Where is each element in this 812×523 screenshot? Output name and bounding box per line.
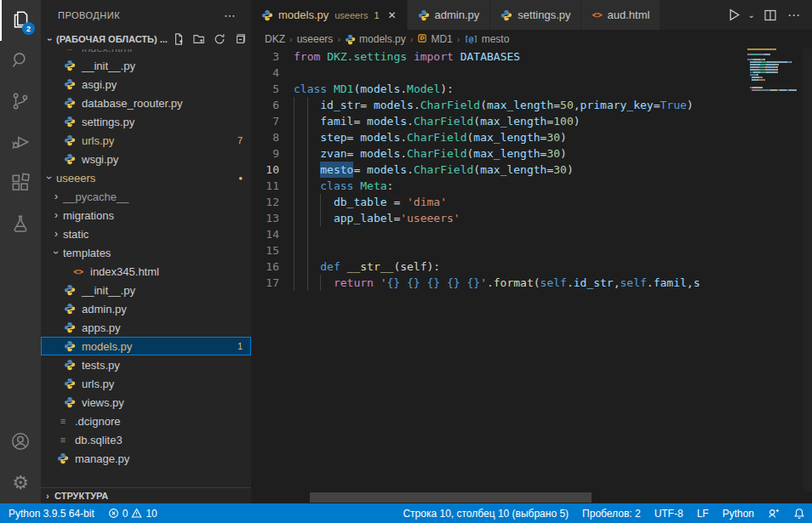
code-token: . (567, 275, 574, 291)
minimap[interactable] (747, 48, 803, 92)
tab-models-py[interactable]: models.pyuseeers1✕ (251, 0, 408, 30)
run-python-file-button[interactable] (725, 6, 743, 24)
line-number: 8 (251, 129, 294, 145)
tree-item-urls-py[interactable]: urls.py7 (41, 131, 251, 150)
tree-item-settings-py[interactable]: settings.py (41, 112, 251, 131)
python-interpreter-status[interactable]: Python 3.9.5 64-bit (0, 503, 101, 523)
code-line-5[interactable]: 5class MD1(models.Model): (251, 81, 746, 97)
code-line-17[interactable]: 17return '{} {} {} {} {}'.format(self.id… (251, 275, 746, 291)
code-line-12[interactable]: 12db_table = 'dima' (251, 194, 746, 210)
line-number: 11 (251, 178, 294, 194)
code-line-6[interactable]: 6id_str= models.CharField(max_length=50,… (251, 97, 746, 113)
tree-item--dcignore[interactable]: ≡.dcignore (41, 412, 251, 430)
activity-extensions-button[interactable] (0, 163, 41, 204)
tree-item-db-sqlite3[interactable]: ≡db.sqlite3 (41, 430, 251, 449)
code-token: = (347, 145, 361, 162)
tree-item-admin-py[interactable]: admin.py (41, 299, 251, 318)
tree-item-label: tests.py (82, 359, 120, 372)
tree-item-index-html[interactable]: <>index.html (41, 49, 251, 56)
breadcrumb-item-dkz[interactable]: DKZ (265, 33, 285, 45)
tree-item-label: index.html (82, 49, 132, 54)
tree-item-useeers[interactable]: ›useeers● (41, 168, 251, 187)
tree-item-apps-py[interactable]: apps.py (41, 318, 251, 337)
tree-item-label: .dcignore (75, 415, 120, 428)
refresh-icon[interactable] (214, 33, 226, 45)
code-line-13[interactable]: 13app_label='useeers' (251, 210, 746, 226)
code-line-4[interactable]: 4 (251, 65, 746, 81)
code-line-7[interactable]: 7famil= models.CharField(max_length=100) (251, 113, 746, 129)
split-editor-button[interactable] (762, 7, 779, 24)
tree-item--pycache-[interactable]: ›__pycache__ (41, 187, 251, 206)
close-icon[interactable]: ✕ (388, 9, 397, 21)
code-token: ): (440, 81, 454, 97)
activity-source-control-button[interactable] (0, 82, 41, 122)
code-line-16[interactable]: 16def __str__(self): (251, 259, 746, 275)
eol-status[interactable]: LF (690, 503, 716, 523)
code-editor[interactable]: 3from DKZ.settings import DATABASES45cla… (251, 48, 746, 492)
breadcrumb-item-mesto[interactable]: [@]mesto (464, 33, 509, 45)
tree-item-tests-py[interactable]: tests.py (41, 355, 251, 374)
python-icon (64, 153, 76, 165)
horizontal-scrollbar[interactable] (310, 492, 592, 503)
new-folder-icon[interactable] (193, 33, 205, 45)
cursor-position-status[interactable]: Строка 10, столбец 10 (выбрано 5) (394, 503, 575, 523)
run-dropdown-button[interactable]: ⌄ (746, 9, 757, 21)
sidebar-more-button[interactable]: ⋯ (224, 9, 236, 22)
new-file-icon[interactable] (173, 33, 185, 45)
outline-section-header[interactable]: › СТРУКТУРА (41, 487, 251, 503)
activity-search-button[interactable] (0, 41, 41, 82)
indentation-status[interactable]: Пробелов: 2 (575, 503, 648, 523)
breadcrumb-item-md1[interactable]: MD1 (417, 33, 452, 46)
tree-item-database-roouter-py[interactable]: database_roouter.py (41, 94, 251, 112)
tree-item-wsgi-py[interactable]: wsgi.py (41, 150, 251, 168)
problems-status[interactable]: 0 10 (101, 503, 164, 523)
activity-testing-button[interactable] (0, 204, 41, 245)
code-line-8[interactable]: 8step= models.CharField(max_length=30) (251, 129, 746, 145)
tree-item-views-py[interactable]: views.py (41, 393, 251, 412)
activity-explorer-button[interactable]: 2 (0, 0, 41, 41)
code-line-11[interactable]: 11class Meta: (251, 178, 746, 194)
encoding-status[interactable]: UTF-8 (648, 503, 690, 523)
editor-more-button[interactable]: ⋯ (784, 8, 803, 23)
code-line-9[interactable]: 9zvan= models.CharField(max_length=30) (251, 145, 746, 162)
collapse-folders-icon[interactable] (234, 33, 246, 45)
code-line-10[interactable]: 10mesto= models.CharField(max_length=30) (251, 162, 746, 178)
code-token: primary_key (580, 97, 654, 113)
code-line-15[interactable]: 15 (251, 242, 746, 259)
tree-item--init-py[interactable]: __init__.py (41, 56, 251, 75)
indent-guide (307, 97, 321, 113)
tree-item-static[interactable]: ›static (41, 225, 251, 243)
activity-run-debug-button[interactable] (0, 122, 41, 163)
workspace-section-header[interactable]: › (РАБОЧАЯ ОБЛАСТЬ) ... (41, 30, 251, 48)
activity-account-button[interactable] (0, 422, 41, 463)
minimap-line (747, 59, 803, 60)
tree-item-models-py[interactable]: models.py1 (41, 337, 251, 355)
indent-guide (307, 145, 321, 162)
code-token: max_length (480, 113, 546, 129)
workspace-section-label: (РАБОЧАЯ ОБЛАСТЬ) ... (56, 34, 168, 44)
tree-item-asgi-py[interactable]: asgi.py (41, 75, 251, 94)
tree-item-migrations[interactable]: ›migrations (41, 206, 251, 225)
language-mode-status[interactable]: Python (716, 503, 761, 523)
python-icon (345, 34, 356, 45)
tab-aud-html[interactable]: <>aud.html (581, 0, 660, 30)
tab-admin-py[interactable]: admin.py (408, 0, 491, 30)
tree-item-manage-py[interactable]: manage.py (41, 449, 251, 468)
python-icon (418, 9, 430, 21)
breadcrumb-item-models-py[interactable]: models.py (345, 33, 406, 45)
tree-item--init-py[interactable]: __init__.py (41, 281, 251, 299)
explorer-sidebar: ПРОВОДНИК ⋯ › (РАБОЧАЯ ОБЛАСТЬ) ... <>in… (41, 0, 251, 503)
code-line-3[interactable]: 3from DKZ.settings import DATABASES (251, 48, 746, 65)
feedback-button[interactable] (761, 503, 786, 523)
activity-settings-button[interactable]: ⚙ (0, 463, 41, 503)
tree-item-index345-html[interactable]: <>index345.html (41, 262, 251, 281)
code-token: {} (427, 275, 441, 291)
notifications-button[interactable] (786, 503, 812, 523)
tree-item-templates[interactable]: ›templates (41, 243, 251, 262)
vertical-scrollbar[interactable] (803, 48, 812, 492)
tree-item-urls-py[interactable]: urls.py (41, 374, 251, 393)
tab-settings-py[interactable]: settings.py (490, 0, 581, 30)
code-line-14[interactable]: 14 (251, 226, 746, 242)
breadcrumb-item-useeers[interactable]: useeers (297, 33, 334, 45)
tree-item-label: static (63, 228, 89, 241)
